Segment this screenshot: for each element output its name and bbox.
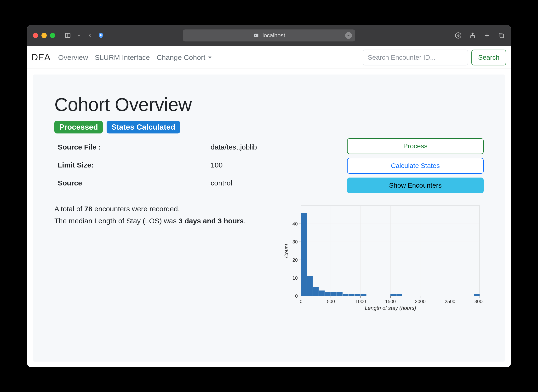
svg-text:1500: 1500 bbox=[385, 299, 396, 304]
reader-icon[interactable]: ⋯ bbox=[345, 32, 352, 39]
chevron-down-icon[interactable] bbox=[75, 32, 82, 39]
svg-text:3000: 3000 bbox=[475, 299, 484, 304]
address-text: localhost bbox=[263, 32, 285, 39]
panel: Cohort Overview Processed States Calcula… bbox=[33, 75, 505, 362]
toolbar-left bbox=[64, 32, 104, 39]
svg-rect-59 bbox=[396, 294, 402, 296]
svg-rect-48 bbox=[307, 276, 313, 296]
los-histogram: 050010001500200025003000010203040Length … bbox=[282, 203, 484, 313]
shield-lock-icon[interactable] bbox=[97, 32, 104, 39]
info-value: data/test.joblib bbox=[207, 138, 338, 156]
info-label: Limit Size: bbox=[54, 156, 207, 174]
svg-rect-51 bbox=[325, 292, 331, 296]
info-label: Source File : bbox=[54, 138, 207, 156]
chart-svg: 050010001500200025003000010203040Length … bbox=[282, 203, 484, 313]
svg-rect-9 bbox=[500, 34, 504, 38]
nav-overview[interactable]: Overview bbox=[58, 53, 88, 62]
tabs-icon[interactable] bbox=[498, 32, 505, 39]
browser-window: localhost ⋯ DEA Overview SLURM Interface… bbox=[27, 25, 511, 367]
titlebar: localhost ⋯ bbox=[27, 25, 511, 46]
badge-processed: Processed bbox=[54, 121, 103, 133]
svg-rect-58 bbox=[390, 294, 396, 296]
show-encounters-button[interactable]: Show Encounters bbox=[347, 178, 484, 193]
svg-rect-49 bbox=[313, 287, 319, 296]
svg-rect-54 bbox=[343, 294, 349, 296]
info-table: Source File : data/test.joblib Limit Siz… bbox=[54, 138, 338, 192]
chevron-down-icon bbox=[208, 57, 212, 58]
address-bar[interactable]: localhost ⋯ bbox=[183, 29, 355, 41]
svg-text:2500: 2500 bbox=[445, 299, 455, 304]
summary-text-part: A total of bbox=[54, 205, 84, 213]
search-button[interactable]: Search bbox=[471, 50, 506, 65]
content: Cohort Overview Processed States Calcula… bbox=[27, 69, 511, 367]
back-icon[interactable] bbox=[86, 32, 93, 39]
actions-column: Process Calculate States Show Encounters bbox=[347, 138, 484, 193]
table-row: Limit Size: 100 bbox=[54, 156, 338, 174]
window-maximize-button[interactable] bbox=[50, 33, 55, 38]
svg-rect-3 bbox=[254, 34, 258, 37]
svg-text:10: 10 bbox=[292, 275, 298, 281]
badge-states-calculated: States Calculated bbox=[107, 121, 180, 133]
svg-text:Count: Count bbox=[283, 244, 289, 258]
svg-rect-0 bbox=[65, 33, 70, 37]
sidebar-icon[interactable] bbox=[64, 32, 71, 39]
process-button[interactable]: Process bbox=[347, 138, 484, 154]
svg-text:1000: 1000 bbox=[355, 299, 366, 304]
svg-rect-52 bbox=[331, 292, 337, 296]
window-close-button[interactable] bbox=[33, 33, 38, 38]
svg-rect-56 bbox=[355, 294, 361, 296]
summary-text: A total of 78 encounters were recorded. … bbox=[54, 203, 268, 227]
summary-text-part: encounters were recorded. bbox=[92, 205, 180, 213]
app-navbar: DEA Overview SLURM Interface Change Coho… bbox=[27, 46, 511, 69]
svg-text:30: 30 bbox=[292, 239, 298, 244]
brand[interactable]: DEA bbox=[31, 52, 51, 63]
toolbar-right bbox=[454, 32, 505, 39]
svg-text:2000: 2000 bbox=[415, 299, 426, 304]
new-tab-icon[interactable] bbox=[483, 32, 491, 39]
nav-change-cohort-label: Change Cohort bbox=[157, 53, 205, 62]
nav-slurm-label: SLURM Interface bbox=[95, 53, 150, 62]
svg-rect-53 bbox=[337, 292, 343, 296]
downloads-icon[interactable] bbox=[454, 32, 462, 39]
svg-rect-57 bbox=[361, 294, 366, 296]
window-minimize-button[interactable] bbox=[41, 33, 47, 38]
svg-text:40: 40 bbox=[292, 221, 298, 226]
page-title: Cohort Overview bbox=[54, 94, 484, 115]
terminal-icon bbox=[253, 32, 260, 39]
badges: Processed States Calculated bbox=[54, 121, 484, 133]
svg-text:0: 0 bbox=[300, 299, 302, 304]
summary-median-los: 3 days and 3 hours bbox=[179, 217, 244, 225]
svg-text:500: 500 bbox=[327, 299, 335, 304]
svg-rect-50 bbox=[319, 290, 325, 296]
summary-encounters-count: 78 bbox=[84, 205, 92, 213]
calculate-states-button[interactable]: Calculate States bbox=[347, 158, 484, 174]
info-label: Source bbox=[54, 174, 207, 192]
info-value: control bbox=[207, 174, 338, 192]
nav-slurm-interface[interactable]: SLURM Interface bbox=[95, 53, 150, 62]
nav-change-cohort[interactable]: Change Cohort bbox=[157, 53, 212, 62]
svg-text:Length of stay (hours): Length of stay (hours) bbox=[365, 305, 416, 311]
summary-text-part: The median Length of Stay (LOS) was bbox=[54, 217, 179, 225]
svg-rect-60 bbox=[474, 294, 480, 296]
svg-text:0: 0 bbox=[295, 293, 298, 299]
summary-text-part: . bbox=[244, 217, 246, 225]
share-icon[interactable] bbox=[469, 32, 476, 39]
svg-rect-47 bbox=[301, 213, 307, 296]
search-input[interactable] bbox=[363, 50, 468, 65]
svg-rect-55 bbox=[349, 294, 355, 296]
nav-overview-label: Overview bbox=[58, 53, 88, 62]
info-value: 100 bbox=[207, 156, 338, 174]
table-row: Source control bbox=[54, 174, 338, 192]
nav-right: Search bbox=[363, 50, 506, 65]
nav-links: Overview SLURM Interface Change Cohort bbox=[58, 53, 212, 62]
svg-rect-2 bbox=[100, 35, 101, 36]
table-row: Source File : data/test.joblib bbox=[54, 138, 338, 156]
traffic-lights bbox=[33, 33, 55, 38]
svg-text:20: 20 bbox=[292, 257, 298, 263]
